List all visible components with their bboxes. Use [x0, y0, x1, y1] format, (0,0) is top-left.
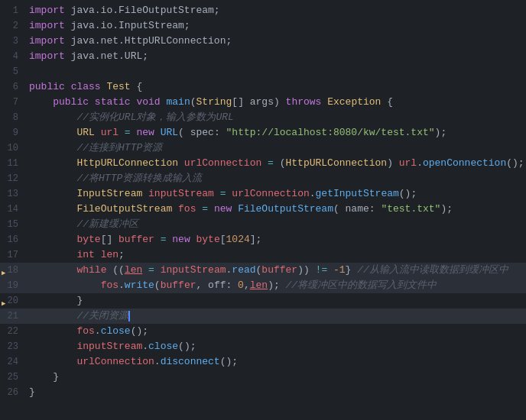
token-plain	[154, 127, 161, 138]
token-plain	[29, 96, 53, 108]
token-fn: main	[167, 96, 190, 108]
token-op: =	[220, 188, 226, 199]
token-var-underline: len	[250, 279, 268, 291]
line: 6public class Test {	[0, 79, 526, 95]
token-plain	[327, 264, 333, 276]
code-editor[interactable]: 1import java.io.FileOutputStream;2import…	[0, 0, 526, 420]
token-fn: getInputStream	[316, 188, 399, 199]
token-plain: .	[142, 341, 148, 352]
line: 12 //将HTTP资源转换成输入流	[0, 171, 526, 186]
token-var: urlConnection	[76, 356, 154, 367]
token-var: urlConnection	[184, 157, 261, 169]
token-kw: static	[95, 96, 131, 108]
token-plain: ();	[399, 188, 417, 199]
line: 3import java.net.HttpURLConnection;	[0, 34, 526, 49]
token-kw: import	[29, 5, 65, 16]
token-type: InputStream	[76, 188, 142, 199]
token-plain	[29, 188, 76, 199]
token-plain: ();	[131, 325, 148, 337]
token-str: "test.txt"	[381, 203, 440, 215]
token-plain	[29, 173, 76, 184]
line-content: }	[23, 370, 526, 385]
code-lines: 1import java.io.FileOutputStream;2import…	[0, 0, 526, 403]
token-var: inputStream	[76, 341, 142, 352]
token-plain	[89, 96, 95, 108]
token-kw: new	[214, 203, 232, 215]
line-content: //实例化URL对象，输入参数为URL	[23, 110, 526, 125]
token-plain	[29, 249, 76, 260]
line-content: import java.net.HttpURLConnection;	[23, 34, 526, 49]
token-plain: ( name:	[333, 203, 381, 215]
token-plain: {	[131, 81, 143, 92]
line: 18 while ((len = inputStream.read(buffer…	[0, 263, 526, 278]
line-content: urlConnection.disconnect();	[23, 354, 526, 370]
line-number: 3	[0, 34, 23, 49]
token-plain: );	[440, 203, 453, 215]
token-plain	[29, 325, 76, 337]
token-kw: import	[29, 50, 65, 62]
token-plain: ( spec:	[178, 127, 226, 138]
token-plain: [	[220, 234, 226, 245]
token-type: Exception	[327, 96, 381, 108]
line: 13 InputStream inputStream = urlConnecti…	[0, 186, 526, 202]
token-plain: .	[95, 325, 101, 337]
token-plain	[95, 127, 101, 138]
token-var: fos	[101, 279, 119, 291]
line-number: 15	[0, 217, 23, 232]
token-op: !=	[316, 264, 328, 276]
token-type: HttpURLConnection	[76, 157, 178, 169]
line-content: //新建缓冲区	[23, 217, 526, 232]
line: 10 //连接到HTTP资源	[0, 141, 526, 156]
line: 23 inputStream.close();	[0, 339, 526, 354]
token-plain: (	[274, 157, 286, 169]
line-content: import java.net.URL;	[23, 49, 526, 64]
token-plain: );	[435, 127, 447, 138]
token-plain: )	[274, 96, 286, 108]
line-number: 20	[0, 293, 23, 309]
token-num: 0	[238, 279, 244, 291]
token-plain: java.io.FileOutputStream;	[65, 5, 220, 16]
line-content: URL url = new URL( spec: "http://localho…	[23, 125, 526, 141]
line: 4import java.net.URL;	[0, 49, 526, 64]
token-plain: )	[387, 157, 399, 169]
token-var: inputStream	[161, 264, 226, 276]
token-comment: //连接到HTTP资源	[76, 142, 162, 153]
token-plain	[29, 111, 76, 123]
token-plain: .	[154, 356, 161, 367]
line-content: while ((len = inputStream.read(buffer)) …	[23, 263, 526, 278]
token-plain	[29, 264, 76, 276]
token-var: fos	[178, 203, 196, 215]
token-plain: .	[417, 157, 423, 169]
line: 20 }	[0, 293, 526, 309]
token-op: =	[125, 127, 131, 138]
token-plain: java.net.URL;	[65, 50, 148, 62]
token-var-underline: len	[125, 264, 142, 276]
token-var: buffer	[119, 234, 154, 245]
token-plain	[154, 234, 161, 245]
token-plain: ,	[244, 279, 250, 291]
line-content: HttpURLConnection urlConnection = (HttpU…	[23, 156, 526, 171]
token-fn: FileOutputStream	[238, 203, 333, 215]
token-plain	[214, 188, 220, 199]
token-plain: }	[29, 295, 83, 306]
token-var: buffer	[161, 279, 196, 291]
token-plain: ;	[119, 249, 125, 260]
line-number: 11	[0, 156, 23, 171]
token-plain	[119, 127, 125, 138]
line-content: }	[23, 293, 526, 309]
line-content: FileOutputStream fos = new FileOutputStr…	[23, 202, 526, 217]
token-plain: }	[29, 371, 59, 383]
token-plain	[29, 356, 76, 367]
token-type: URL	[76, 127, 94, 138]
token-str: "http://localhost:8080/kw/test.txt"	[226, 127, 435, 138]
line-number: 10	[0, 141, 23, 156]
token-type: HttpURLConnection	[286, 157, 388, 169]
token-kw2: while	[76, 264, 106, 276]
line: 26}	[0, 385, 526, 400]
token-op: =	[202, 203, 208, 215]
token-plain: ();	[220, 356, 238, 367]
token-type: String	[196, 96, 232, 108]
line-content: import java.io.InputStream;	[23, 18, 526, 34]
text-cursor	[128, 311, 130, 321]
token-plain: }	[346, 264, 358, 276]
